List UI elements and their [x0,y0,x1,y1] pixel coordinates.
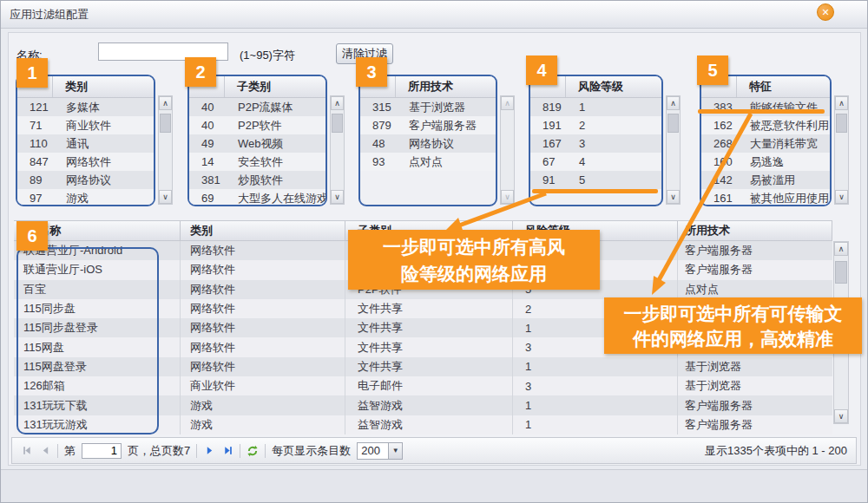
cell-technology: 基于浏览器 [678,376,832,395]
cell-category: 网络软件 [181,299,345,318]
item-label: 客户端服务器 [398,118,477,134]
name-length-hint: (1~95)字符 [240,48,295,63]
risk-level-header-label: 风险等级 [566,79,623,95]
technology-list: 所用技术 315基于浏览器 879客户端服务器 48网络协议 93点对点 [358,75,497,206]
scroll-thumb[interactable] [835,261,847,284]
cell-name: 126邮箱 [14,376,181,395]
per-page-value: 200 [357,442,388,460]
close-icon[interactable]: ✕ [817,3,834,21]
list-item[interactable]: 915 [530,171,661,189]
prev-page-icon[interactable] [39,445,51,457]
cell-category: 商业软件 [181,376,345,395]
scroll-thumb[interactable] [332,114,343,133]
list-item[interactable]: 1673 [530,134,661,153]
scroll-down-icon[interactable]: ∨ [159,190,172,204]
item-label: 安全软件 [227,154,283,170]
item-label: 被恶意软件利用 [740,118,829,134]
item-count: 40 [189,101,227,114]
cell-category: 网络软件 [181,337,345,356]
list-item[interactable]: 49Web视频 [189,134,326,153]
list-item[interactable]: 40P2P软件 [189,116,326,134]
callout-line: 一步即可选中所有可传输文 [604,301,862,326]
list-item[interactable]: 110通讯 [17,134,154,153]
list-item[interactable]: 315基于浏览器 [360,98,496,116]
list-item[interactable]: 847网络软件 [17,153,154,171]
list-item[interactable]: 93点对点 [360,153,496,171]
table-row[interactable]: 126邮箱商业软件电子邮件3基于浏览器 [14,376,832,395]
list-item[interactable]: 268大量消耗带宽 [701,134,830,153]
app-filter-group-dialog: 应用过滤组配置 ✕ 名称: (1~95)字符 清除过滤 类别 121多媒体 71… [0,0,868,503]
table-row[interactable]: 115网盘登录网络软件文件共享1基于浏览器 [14,357,832,376]
column-header-technology[interactable]: 所用技术 [678,221,832,240]
item-count: 847 [17,155,56,168]
first-page-icon[interactable] [21,445,33,457]
cell-subcategory: 文件共享 [345,299,513,318]
table-row[interactable]: 131玩玩游戏游戏益智游戏1客户端服务器 [14,415,832,434]
list-item[interactable]: 1912 [530,116,661,134]
scroll-thumb[interactable] [160,114,171,133]
feature-header-label: 特征 [737,79,772,95]
scroll-up-icon[interactable]: ∧ [159,96,172,110]
scroll-up-icon[interactable]: ∧ [331,96,344,110]
page-total-label: 页，总页数7 [128,443,190,459]
list-item[interactable]: 161被其他应用使用 [701,189,830,206]
scroll-down-icon[interactable]: ∨ [331,190,344,204]
scroll-up-icon[interactable]: ∧ [834,242,848,256]
per-page-select[interactable]: 200 ▼ [357,442,403,460]
scroll-down-icon[interactable]: ∨ [834,409,848,423]
scrollbar: ∧ ∨ [330,95,345,205]
chevron-down-icon[interactable]: ▼ [388,442,403,460]
list-item[interactable]: 674 [530,153,661,171]
list-item[interactable]: 89网络协议 [17,171,154,189]
list-item[interactable]: 381炒股软件 [189,171,326,189]
item-count: 67 [530,155,569,168]
list-item[interactable]: 48网络协议 [360,134,496,153]
cell-category: 网络软件 [181,280,345,299]
cell-subcategory: 文件共享 [345,357,513,376]
step-badge-6: 6 [16,221,48,251]
cell-subcategory: 电子邮件 [345,376,513,395]
scroll-down-icon[interactable]: ∨ [835,190,848,204]
cell-name: 115网盘 [14,337,181,356]
cell-risk: 3 [513,376,678,395]
last-page-icon[interactable] [221,445,233,457]
column-header-category[interactable]: 类别 [181,221,345,240]
list-item[interactable]: 142易被滥用 [701,171,830,189]
cell-technology: 客户端服务器 [678,260,832,279]
list-item[interactable]: 71商业软件 [17,116,154,134]
dialog-titlebar: 应用过滤组配置 [1,1,867,29]
scroll-up-icon[interactable]: ∧ [835,96,848,110]
cell-name: 115同步盘 [14,299,181,318]
item-label: 大量消耗带宽 [740,136,818,152]
list-item[interactable]: 121多媒体 [17,98,154,116]
list-item[interactable]: 97游戏 [17,189,154,206]
divider [196,444,197,458]
scroll-thumb[interactable] [667,114,679,133]
scroll-thumb[interactable] [836,114,847,133]
refresh-icon[interactable] [247,445,259,457]
divider [57,444,58,458]
item-count: 879 [360,119,398,132]
scroll-down-icon[interactable]: ∨ [667,190,680,204]
list-item[interactable]: 69大型多人在线游戏 [189,189,326,206]
scrollbar: ∧ ∨ [158,95,173,205]
list-item[interactable]: 162被恶意软件利用 [701,116,830,134]
list-item[interactable]: 40P2P流媒体 [189,98,326,116]
page-number-input[interactable] [82,443,122,459]
list-item[interactable]: 160易逃逸 [701,153,830,171]
list-item[interactable]: 14安全软件 [189,153,326,171]
item-count: 162 [701,119,740,132]
scroll-up-icon[interactable]: ∧ [667,96,680,110]
cell-name: 115同步盘登录 [14,318,181,337]
item-count: 268 [701,137,740,150]
cell-name: 百宝 [14,280,181,299]
table-row[interactable]: 131玩玩下载游戏益智游戏1客户端服务器 [14,395,832,415]
next-page-icon[interactable] [203,445,215,457]
list-item[interactable]: 879客户端服务器 [360,116,496,134]
scroll-down-icon[interactable]: ∨ [501,190,514,204]
scroll-up-icon[interactable]: ∧ [501,96,514,110]
list-item[interactable]: 8191 [530,98,661,116]
list-item[interactable]: 383能够传输文件 [701,98,830,116]
subcategory-header-label: 子类别 [225,79,271,95]
cell-risk: 1 [513,395,678,415]
